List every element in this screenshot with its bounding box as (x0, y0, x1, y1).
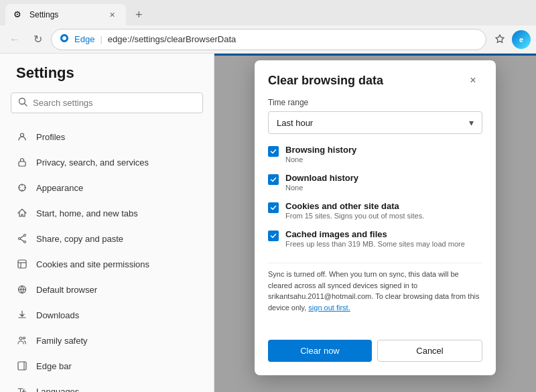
edge-bar-icon (16, 360, 28, 372)
new-tab-button[interactable]: + (130, 8, 148, 22)
edge-profile-button[interactable]: e (512, 30, 531, 49)
cookies-label: Cookies and site permissions (36, 259, 149, 269)
favorites-button[interactable] (490, 30, 509, 49)
default-browser-label: Default browser (36, 285, 97, 295)
svg-rect-17 (18, 362, 26, 370)
sidebar: Settings Profiles Privacy, search, and s… (0, 54, 214, 392)
share-copy-label: Share, copy and paste (36, 234, 123, 244)
svg-rect-3 (19, 161, 25, 166)
sidebar-item-share-copy[interactable]: Share, copy and paste (0, 226, 214, 251)
privacy-icon (16, 156, 28, 168)
privacy-label: Privacy, search, and services (36, 157, 149, 168)
cached-images-label: Cached images and files (285, 229, 465, 239)
svg-line-9 (20, 239, 23, 242)
url-separator: | (100, 34, 102, 44)
svg-rect-10 (18, 260, 26, 268)
appearance-icon (16, 182, 28, 194)
dialog-header: Clear browsing data × (255, 60, 496, 98)
search-icon (18, 97, 27, 109)
svg-point-7 (19, 238, 21, 240)
languages-icon (16, 385, 28, 392)
refresh-button[interactable]: ↻ (28, 30, 47, 49)
download-history-text: Download history None (285, 173, 358, 192)
browsing-history-checkbox[interactable] (268, 146, 279, 157)
time-range-dropdown[interactable]: Last hour ▾ (268, 111, 482, 134)
svg-line-8 (20, 236, 23, 239)
sidebar-item-cookies[interactable]: Cookies and site permissions (0, 251, 214, 277)
sync-notice: Sync is turned off. When you turn on syn… (268, 263, 482, 318)
url-brand: Edge (74, 34, 94, 44)
sidebar-item-family-safety[interactable]: Family safety (0, 328, 214, 353)
profiles-icon (16, 131, 28, 143)
sidebar-item-edge-bar[interactable]: Edge bar (0, 353, 214, 379)
active-tab[interactable]: ⚙ Settings ✕ (5, 4, 126, 25)
cookies-label: Cookies and other site data (285, 201, 424, 211)
sidebar-item-downloads[interactable]: Downloads (0, 302, 214, 328)
sidebar-item-start-home[interactable]: Start, home, and new tabs (0, 200, 214, 226)
sidebar-item-languages[interactable]: Languages (0, 379, 214, 392)
sync-notice-text: Sync is turned off. When you turn on syn… (268, 270, 479, 312)
dialog-title: Clear browsing data (268, 74, 383, 88)
default-browser-icon (16, 283, 28, 296)
svg-point-2 (21, 133, 24, 137)
sign-out-link[interactable]: sign out first. (308, 304, 350, 312)
browser-chrome: ⚙ Settings ✕ + ← ↻ Edge | edge://setting… (0, 0, 536, 54)
cookies-checkbox[interactable] (268, 202, 279, 213)
search-box[interactable] (11, 92, 203, 113)
dialog-footer: Clear now Cancel (255, 340, 496, 375)
appearance-label: Appearance (36, 183, 83, 193)
svg-line-1 (25, 104, 27, 107)
download-history-checkbox[interactable] (268, 174, 279, 185)
cancel-button[interactable]: Cancel (377, 340, 482, 362)
cookies-icon (16, 258, 28, 270)
downloads-icon (16, 309, 28, 321)
sidebar-item-default-browser[interactable]: Default browser (0, 277, 214, 302)
new-tab-area: + (130, 8, 148, 22)
dialog-body: Time range Last hour ▾ (255, 98, 496, 340)
cached-images-item: Cached images and files Frees up less th… (268, 229, 482, 248)
edge-bar-label: Edge bar (36, 361, 72, 371)
sidebar-item-privacy[interactable]: Privacy, search, and services (0, 149, 214, 175)
languages-label: Languages (36, 387, 79, 393)
downloads-label: Downloads (36, 310, 79, 320)
cached-images-sublabel: Frees up less than 319 MB. Some sites ma… (285, 240, 465, 248)
tab-title: Settings (29, 10, 100, 19)
cookies-sublabel: From 15 sites. Signs you out of most sit… (285, 212, 424, 220)
svg-point-6 (24, 241, 26, 243)
checkboxes-area: Browsing history None Download (268, 145, 485, 257)
tab-bar: ⚙ Settings ✕ + (0, 0, 536, 25)
sidebar-item-appearance[interactable]: Appearance (0, 175, 214, 200)
clear-browsing-data-dialog: Clear browsing data × Time range Last ho… (255, 60, 496, 375)
address-actions: e (490, 30, 531, 49)
svg-point-5 (24, 235, 26, 237)
cached-images-checkbox[interactable] (268, 231, 279, 241)
back-button[interactable]: ← (5, 30, 24, 49)
search-input[interactable] (33, 98, 196, 108)
profiles-label: Profiles (36, 132, 65, 142)
cookies-item: Cookies and other site data From 15 site… (268, 201, 482, 220)
main-content: Settings Profiles Privacy, search, and s… (0, 54, 536, 392)
url-address: edge://settings/clearBrowserData (108, 34, 478, 44)
clear-now-button[interactable]: Clear now (268, 340, 372, 362)
dropdown-arrow-icon: ▾ (469, 117, 474, 128)
browsing-history-sublabel: None (285, 155, 356, 164)
start-home-icon (16, 207, 28, 219)
browsing-history-label: Browsing history (285, 145, 356, 155)
family-safety-icon (16, 334, 28, 346)
sidebar-item-profiles[interactable]: Profiles (0, 124, 214, 149)
dialog-close-button[interactable]: × (464, 71, 482, 90)
settings-title: Settings (0, 64, 214, 92)
url-bar[interactable]: Edge | edge://settings/clearBrowserData (51, 29, 486, 50)
download-history-label: Download history (285, 173, 358, 183)
edge-brand-icon (60, 34, 69, 45)
time-range-value: Last hour (277, 118, 313, 128)
tab-close-button[interactable]: ✕ (106, 9, 118, 21)
download-history-item: Download history None (268, 173, 482, 192)
svg-point-15 (19, 337, 22, 340)
svg-point-16 (23, 337, 25, 339)
start-home-label: Start, home, and new tabs (36, 208, 138, 218)
cached-images-text: Cached images and files Frees up less th… (285, 229, 465, 248)
browsing-history-text: Browsing history None (285, 145, 356, 164)
family-safety-label: Family safety (36, 336, 88, 346)
download-history-sublabel: None (285, 184, 358, 192)
